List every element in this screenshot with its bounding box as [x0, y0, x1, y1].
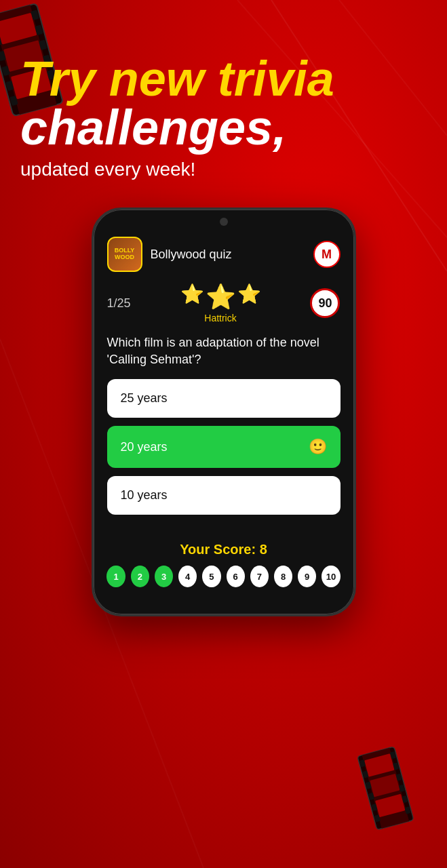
headline-line2: challenges, [20, 103, 427, 152]
score-row: 1/25 ⭐ ⭐ ⭐ Hattrick 90 [94, 280, 354, 326]
progress-dot-9[interactable]: 9 [298, 566, 316, 587]
progress-dots: 1 2 3 4 5 6 7 8 9 10 [100, 566, 347, 587]
phone-mockup: BOLLYWOOD Bollywood quiz M 1/25 ⭐ ⭐ ⭐ Ha… [92, 208, 356, 616]
quiz-header: BOLLYWOOD Bollywood quiz M [94, 231, 354, 280]
progress-dot-5[interactable]: 5 [202, 566, 220, 587]
quiz-app-icon: BOLLYWOOD [107, 237, 142, 272]
question-text: Which film is an adaptation of the novel… [94, 326, 354, 379]
headline-line1: Try new trivia [20, 54, 427, 103]
answer-option-1[interactable]: 25 years [107, 379, 341, 418]
headline-section: Try new trivia challenges, updated every… [0, 0, 447, 194]
answer-option-3[interactable]: 10 years [107, 476, 341, 515]
progress-dot-2[interactable]: 2 [131, 566, 149, 587]
quiz-title: Bollywood quiz [151, 248, 305, 262]
answer-text-3: 10 years [121, 488, 168, 502]
score-section: Your Score: 8 1 2 3 4 5 6 7 8 9 10 [94, 535, 354, 594]
progress-dot-1[interactable]: 1 [106, 566, 125, 587]
star-2: ⭐ [206, 283, 236, 311]
phone-body: BOLLYWOOD Bollywood quiz M 1/25 ⭐ ⭐ ⭐ Ha… [92, 208, 356, 616]
main-content: Try new trivia challenges, updated every… [0, 0, 447, 868]
answers-list: 25 years 20 years 🙂 10 years [94, 379, 354, 515]
your-score: Your Score: 8 [100, 542, 347, 557]
progress-dot-6[interactable]: 6 [227, 566, 245, 587]
stars-row: ⭐ ⭐ ⭐ [180, 283, 261, 311]
question-number: 1/25 [107, 296, 131, 311]
answer-option-2[interactable]: 20 years 🙂 [107, 426, 341, 468]
timer-circle: 90 [310, 288, 340, 318]
progress-dot-10[interactable]: 10 [322, 566, 340, 587]
phone-notch-bar [94, 210, 354, 231]
answer-text-2: 20 years [121, 440, 168, 454]
progress-dot-3[interactable]: 3 [155, 566, 173, 587]
progress-dot-4[interactable]: 4 [178, 566, 197, 587]
star-1: ⭐ [180, 283, 204, 311]
progress-dot-8[interactable]: 8 [274, 566, 292, 587]
headline-subtitle: updated every week! [20, 159, 427, 180]
star-3: ⭐ [237, 283, 261, 311]
hattrick-label: Hattrick [204, 313, 236, 323]
correct-answer-emoji: 🙂 [309, 438, 327, 456]
answer-text-1: 25 years [121, 391, 168, 406]
user-avatar: M [313, 241, 341, 268]
notch [220, 218, 228, 226]
progress-dot-7[interactable]: 7 [250, 566, 269, 587]
stars-badge: ⭐ ⭐ ⭐ Hattrick [180, 283, 261, 323]
